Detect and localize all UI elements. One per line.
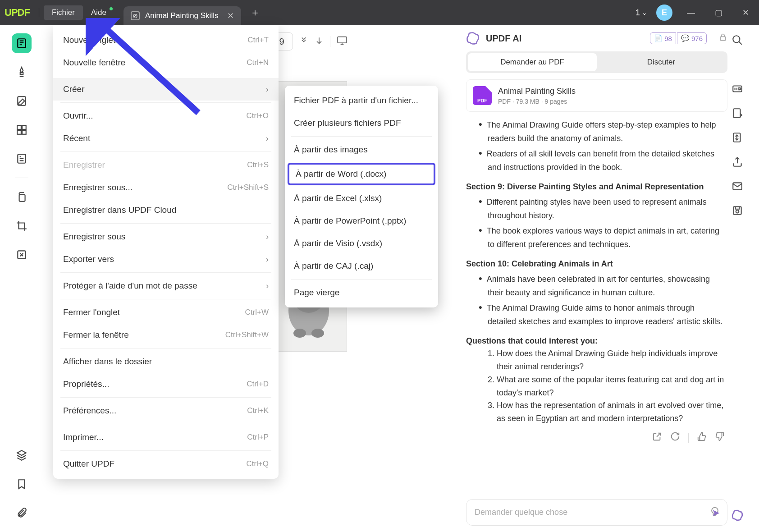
submenu-from-visio[interactable]: À partir de Visio (.vsdx) [285, 232, 438, 255]
ai-input-placeholder: Demander quelque chose [475, 508, 719, 517]
ai-doc-name: Animal Painting Skills [498, 87, 576, 96]
svg-point-20 [733, 36, 740, 42]
ai-document-card[interactable]: PDF Animal Painting Skills PDF · 79.3 MB… [466, 79, 727, 112]
search-icon[interactable] [732, 34, 743, 48]
submenu-from-excel[interactable]: À partir de Excel (.xlsx) [285, 187, 438, 210]
document-tab[interactable]: ⊘ Animal Painting Skills ✕ [123, 6, 242, 25]
ai-tabs: Demander au PDF Discuter [466, 51, 727, 73]
crop-tool[interactable] [12, 216, 32, 236]
menu-close-window[interactable]: Fermer la fenêtreCtrl+Shift+W [53, 324, 279, 346]
menu-preferences[interactable]: Préférences...Ctrl+K [53, 399, 279, 422]
sync-count[interactable]: 1 ⌄ [636, 8, 647, 18]
ai-panel: UPDF AI 📄98 💬976 Demander au PDF Discute… [466, 32, 727, 526]
file-menu-dropdown: Nouvel ongletCtrl+T Nouvelle fenêtreCtrl… [53, 25, 279, 479]
help-notification-dot [110, 7, 113, 10]
edit-tool[interactable] [12, 91, 32, 111]
submenu-from-images[interactable]: À partir des images [285, 138, 438, 161]
ai-header: UPDF AI 📄98 💬976 [466, 32, 727, 45]
menu-quit[interactable]: Quitter UPDFCtrl+Q [53, 453, 279, 475]
attachment-tool[interactable] [12, 503, 32, 523]
svg-rect-4 [17, 130, 21, 134]
compress-icon[interactable] [732, 132, 743, 145]
close-tab-icon[interactable]: ✕ [227, 11, 234, 21]
open-external-icon[interactable] [652, 431, 662, 445]
presentation-icon[interactable] [337, 36, 347, 47]
ai-toggle-icon[interactable] [732, 509, 743, 521]
titlebar: UPDF Fichier Aide ⊘ Animal Painting Skil… [0, 0, 759, 25]
copy-tool[interactable] [12, 187, 32, 207]
thumbs-up-icon[interactable] [697, 431, 707, 445]
menu-export[interactable]: Exporter vers› [53, 248, 279, 271]
ai-badge-2[interactable]: 💬976 [677, 32, 707, 44]
pdf-icon: PDF [473, 86, 492, 105]
tab-ask-pdf[interactable]: Demander au PDF [468, 53, 597, 71]
email-icon[interactable] [732, 180, 743, 194]
submenu-multiple[interactable]: Créer plusieurs fichiers PDF [285, 112, 438, 134]
menu-new-window[interactable]: Nouvelle fenêtreCtrl+N [53, 51, 279, 74]
menu-new-tab[interactable]: Nouvel ongletCtrl+T [53, 29, 279, 51]
page-navigation: 9 [270, 32, 347, 50]
menu-close-tab[interactable]: Fermer l'ongletCtrl+W [53, 301, 279, 324]
menu-protect[interactable]: Protéger à l'aide d'un mot de passe› [53, 275, 279, 297]
left-toolbar [8, 25, 35, 532]
page-down-icon[interactable] [315, 36, 324, 47]
ai-logo-icon [466, 32, 480, 45]
create-submenu: Fichier PDF à partir d'un fichier... Cré… [285, 86, 438, 307]
tab-title: Animal Painting Skills [145, 11, 219, 20]
svg-point-17 [293, 329, 306, 338]
menu-save: EnregistrerCtrl+S [53, 154, 279, 176]
user-avatar[interactable]: E [656, 5, 672, 21]
ai-response-actions [466, 431, 725, 445]
pdf-tab-icon: ⊘ [131, 11, 140, 20]
share-icon[interactable] [732, 156, 743, 170]
reader-tool[interactable] [12, 33, 32, 53]
bookmark-tool[interactable] [12, 474, 32, 494]
menu-open[interactable]: Ouvrir...Ctrl+O [53, 105, 279, 127]
minimize-button[interactable]: — [681, 8, 700, 18]
ocr-icon[interactable] [732, 83, 743, 96]
menu-show-folder[interactable]: Afficher dans le dossier [53, 350, 279, 373]
menu-save-under[interactable]: Enregistrer sous› [53, 225, 279, 248]
page-dropdown-icon[interactable] [299, 36, 308, 47]
pages-tool[interactable] [12, 120, 32, 140]
menu-recent[interactable]: Récent› [53, 127, 279, 150]
convert-icon[interactable] [732, 107, 743, 121]
svg-point-26 [736, 210, 739, 213]
app-logo: UPDF [5, 7, 30, 18]
svg-rect-3 [22, 125, 26, 129]
file-menu-button[interactable]: Fichier [44, 5, 83, 20]
menu-save-cloud[interactable]: Enregistrer dans UPDF Cloud [53, 199, 279, 221]
send-icon[interactable]: ➤ [712, 507, 720, 519]
layers-tool[interactable] [12, 445, 32, 465]
menu-print[interactable]: Imprimer...Ctrl+P [53, 426, 279, 449]
ai-badge-1[interactable]: 📄98 [650, 32, 676, 44]
submenu-from-ppt[interactable]: À partir de PowerPoint (.pptx) [285, 210, 438, 232]
svg-rect-22 [733, 109, 740, 118]
tab-chat[interactable]: Discuter [597, 53, 726, 71]
thumbs-down-icon[interactable] [715, 431, 725, 445]
help-menu-button[interactable]: Aide [83, 5, 114, 20]
refresh-icon[interactable] [670, 431, 680, 445]
submenu-from-caj[interactable]: À partir de CAJ (.caj) [285, 255, 438, 277]
submenu-from-file[interactable]: Fichier PDF à partir d'un fichier... [285, 89, 438, 112]
ai-response-content: The Animal Drawing Guide offers step-by-… [466, 116, 727, 499]
svg-rect-5 [22, 130, 26, 134]
svg-rect-2 [17, 125, 21, 129]
close-window-button[interactable]: ✕ [737, 8, 754, 18]
svg-point-18 [311, 329, 324, 338]
menu-create[interactable]: Créer› [53, 78, 279, 101]
extract-tool[interactable] [12, 245, 32, 265]
save-icon[interactable] [732, 205, 743, 218]
menu-save-as[interactable]: Enregistrer sous...Ctrl+Shift+S [53, 176, 279, 199]
ai-doc-meta: PDF · 79.3 MB · 9 pages [498, 98, 576, 105]
submenu-blank[interactable]: Page vierge [285, 281, 438, 304]
new-tab-button[interactable]: ＋ [250, 6, 260, 19]
ai-title: UPDF AI [486, 33, 521, 44]
maximize-button[interactable]: ▢ [709, 8, 728, 18]
submenu-from-word[interactable]: À partir de Word (.docx) [288, 163, 435, 185]
svg-rect-9 [338, 37, 347, 43]
menu-properties[interactable]: Propriétés...Ctrl+D [53, 373, 279, 395]
form-tool[interactable] [12, 149, 32, 169]
ai-input-box[interactable]: Demander quelque chose ➤ [466, 499, 727, 526]
highlight-tool[interactable] [12, 62, 32, 82]
